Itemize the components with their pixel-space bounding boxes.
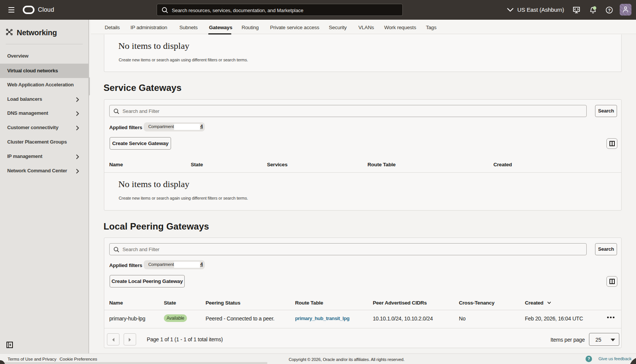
svg-text:?: ? — [608, 8, 611, 12]
